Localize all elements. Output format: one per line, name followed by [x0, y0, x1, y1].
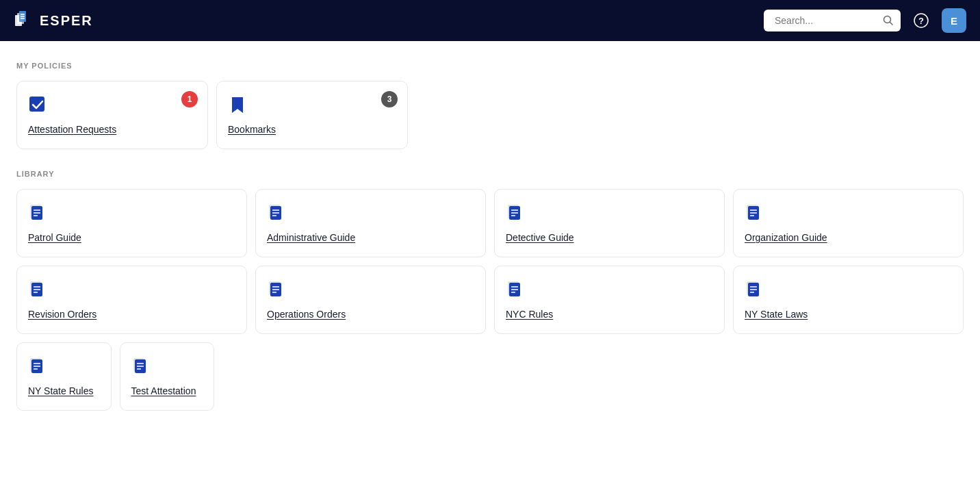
detective-guide-card[interactable]: Detective Guide	[494, 189, 725, 257]
test-attestation-card[interactable]: Test Attestation	[120, 342, 215, 411]
help-button[interactable]: ?	[909, 8, 933, 33]
ny-state-laws-icon	[745, 280, 952, 302]
patrol-guide-label: Patrol Guide	[28, 232, 235, 243]
revision-orders-icon	[28, 280, 235, 302]
ny-state-rules-card[interactable]: NY State Rules	[16, 342, 112, 411]
library-label: LIBRARY	[16, 170, 964, 178]
ny-state-rules-icon	[28, 357, 100, 379]
revision-orders-label: Revision Orders	[28, 309, 235, 320]
svg-line-7	[890, 23, 893, 25]
policies-grid: 1 Attestation Requests 3 Bookmarks	[16, 81, 964, 149]
organization-guide-card[interactable]: Organization Guide	[733, 189, 964, 257]
organization-guide-label: Organization Guide	[745, 232, 952, 243]
patrol-guide-card[interactable]: Patrol Guide	[16, 189, 247, 257]
search-button[interactable]	[883, 15, 894, 26]
organization-guide-icon	[745, 203, 952, 225]
administrative-guide-icon	[267, 203, 474, 225]
search-container	[764, 10, 901, 31]
detective-guide-icon	[506, 203, 713, 225]
test-attestation-label: Test Attestation	[131, 385, 203, 396]
avatar-button[interactable]: E	[942, 8, 966, 33]
main-content: MY POLICIES 1 Attestation Requests 3	[0, 41, 980, 497]
test-attestation-icon	[131, 357, 203, 379]
library-row-3: NY State Rules Test Attestation	[16, 342, 420, 411]
nyc-rules-card[interactable]: NYC Rules	[494, 266, 725, 334]
bookmarks-label: Bookmarks	[228, 124, 396, 135]
operations-orders-card[interactable]: Operations Orders	[255, 266, 486, 334]
ny-state-laws-card[interactable]: NY State Laws	[733, 266, 964, 334]
detective-guide-label: Detective Guide	[506, 232, 713, 243]
search-input[interactable]	[764, 10, 901, 31]
administrative-guide-card[interactable]: Administrative Guide	[255, 189, 486, 257]
revision-orders-card[interactable]: Revision Orders	[16, 266, 247, 334]
logo-text: ESPER	[40, 13, 93, 29]
nyc-rules-label: NYC Rules	[506, 309, 713, 320]
attestation-requests-card[interactable]: 1 Attestation Requests	[16, 81, 208, 149]
library-section: LIBRARY Patrol Guide	[16, 170, 964, 411]
bookmark-icon	[228, 95, 396, 117]
header-right: ? E	[764, 8, 966, 33]
bookmarks-card[interactable]: 3 Bookmarks	[216, 81, 408, 149]
header-left: ESPER	[14, 11, 93, 30]
checkbox-icon	[28, 95, 196, 117]
svg-rect-10	[29, 97, 44, 112]
logo-icon	[14, 11, 33, 30]
header: ESPER ? E	[0, 0, 980, 41]
administrative-guide-label: Administrative Guide	[267, 232, 474, 243]
ny-state-rules-label: NY State Rules	[28, 385, 100, 396]
my-policies-label: MY POLICIES	[16, 62, 964, 70]
bookmarks-badge: 3	[381, 91, 398, 107]
svg-text:?: ?	[918, 16, 924, 26]
operations-orders-label: Operations Orders	[267, 309, 474, 320]
ny-state-laws-label: NY State Laws	[745, 309, 952, 320]
attestation-label: Attestation Requests	[28, 124, 196, 135]
nyc-rules-icon	[506, 280, 713, 302]
patrol-guide-icon	[28, 203, 235, 225]
attestation-badge: 1	[181, 91, 198, 107]
library-row-1: Patrol Guide Administrative Guide	[16, 189, 964, 257]
library-row-2: Revision Orders Operations Orders	[16, 266, 964, 334]
my-policies-section: MY POLICIES 1 Attestation Requests 3	[16, 62, 964, 149]
operations-orders-icon	[267, 280, 474, 302]
